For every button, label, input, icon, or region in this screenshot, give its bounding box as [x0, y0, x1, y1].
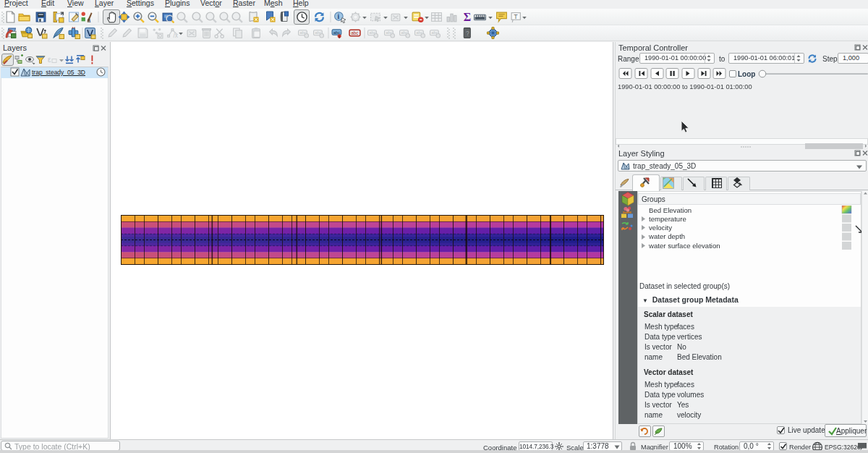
svg-text:trap_steady_05_3D: trap_steady_05_3D — [32, 68, 85, 76]
svg-text:ε: ε — [48, 56, 51, 64]
